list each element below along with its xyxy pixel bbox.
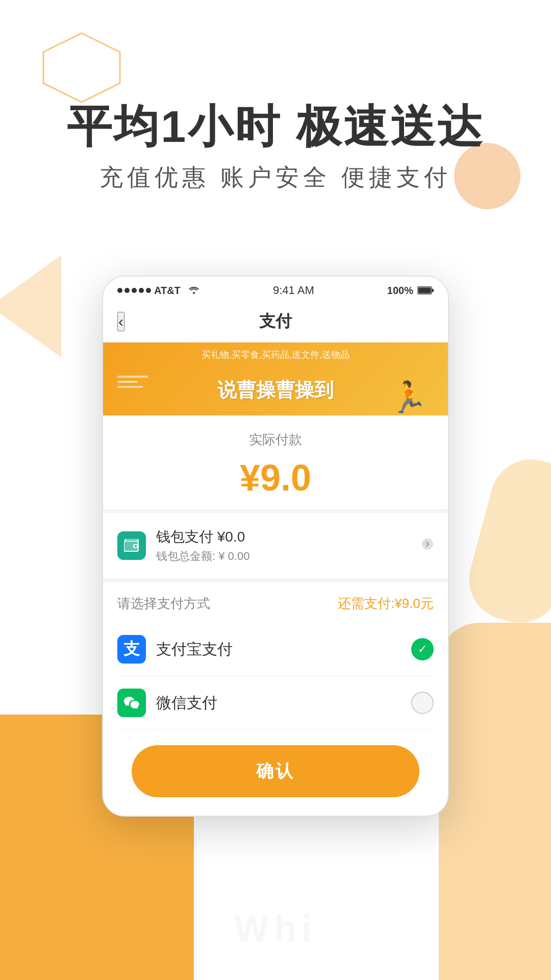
- svg-marker-1: [0, 255, 61, 357]
- svg-point-7: [135, 545, 137, 547]
- watermark-text: Whi: [0, 908, 551, 949]
- wallet-row[interactable]: 钱包支付 ¥0.0 钱包总金额: ¥ 0.00: [103, 513, 448, 582]
- status-right: 100%: [387, 285, 434, 297]
- wechat-label: 微信支付: [156, 693, 217, 714]
- arrow-left-decoration: [0, 245, 71, 368]
- status-time: 9:41 AM: [273, 284, 314, 297]
- hero-title: 平均1小时 极速送达: [0, 102, 551, 152]
- signal-dot-5: [146, 288, 151, 293]
- right-mid-decoration: [460, 450, 551, 632]
- carrier-label: AT&T: [154, 285, 181, 297]
- payment-label: 实际付款: [117, 431, 434, 449]
- wechat-left: 微信支付: [117, 689, 217, 717]
- wallet-left: 钱包支付 ¥0.0 钱包总金额: ¥ 0.00: [117, 527, 249, 564]
- wallet-title: 钱包支付 ¥0.0: [156, 527, 249, 547]
- back-button[interactable]: ‹: [117, 312, 124, 331]
- wechat-unselected-check: [411, 692, 434, 714]
- phone-frame: AT&T 9:41 AM 100%: [102, 276, 449, 817]
- svg-rect-3: [418, 288, 431, 293]
- method-header-label: 请选择支付方式: [117, 595, 210, 612]
- banner-main-text: 说曹操曹操到: [217, 377, 334, 403]
- payment-section: 实际付款 ¥9.0: [103, 415, 448, 513]
- method-header-remaining: 还需支付:¥9.0元: [338, 595, 434, 612]
- bottom-watermark: Whi: [0, 908, 551, 949]
- alipay-selected-check: ✓: [411, 638, 434, 660]
- alipay-left: 支 支付宝支付: [117, 635, 233, 664]
- svg-rect-4: [432, 289, 434, 292]
- payment-amount: ¥9.0: [117, 457, 434, 499]
- banner-line-2: [117, 381, 138, 383]
- signal-dot-3: [132, 288, 137, 293]
- hexagon-shape: [41, 31, 122, 105]
- method-header: 请选择支付方式 还需支付:¥9.0元: [117, 595, 434, 612]
- banner-mascot-icon: 🏃: [389, 379, 428, 415]
- alipay-label: 支付宝支付: [156, 639, 233, 660]
- wallet-balance: 钱包总金额: ¥ 0.00: [156, 549, 249, 564]
- svg-marker-0: [43, 33, 120, 102]
- svg-point-8: [422, 538, 433, 550]
- signal-dot-1: [117, 288, 122, 293]
- wallet-icon: [117, 531, 146, 560]
- hero-section: 平均1小时 极速送达 充值优惠 账户安全 便捷支付: [0, 102, 551, 193]
- signal-dots: [117, 288, 151, 293]
- confirm-button[interactable]: 确认: [132, 745, 419, 797]
- hero-subtitle: 充值优惠 账户安全 便捷支付: [0, 162, 551, 193]
- signal-dot-2: [124, 288, 130, 293]
- signal-dot-4: [139, 288, 144, 293]
- banner-line-3: [117, 386, 143, 388]
- payment-method-section: 请选择支付方式 还需支付:¥9.0元 支 支付宝支付 ✓: [103, 582, 448, 797]
- status-left: AT&T: [117, 284, 200, 297]
- alipay-icon: 支: [117, 635, 146, 664]
- alipay-payment-row[interactable]: 支 支付宝支付 ✓: [117, 623, 434, 676]
- wallet-info: 钱包支付 ¥0.0 钱包总金额: ¥ 0.00: [156, 527, 249, 564]
- banner-lines-decoration: [117, 376, 148, 391]
- status-bar: AT&T 9:41 AM 100%: [103, 277, 448, 301]
- battery-percentage: 100%: [387, 285, 413, 297]
- banner-line-1: [117, 376, 148, 378]
- phone-mockup: AT&T 9:41 AM 100%: [102, 276, 449, 817]
- banner-small-text: 买礼物,买零食,买药品,送文件,送物品: [202, 349, 349, 361]
- promo-banner: 买礼物,买零食,买药品,送文件,送物品 说曹操曹操到 🏃: [103, 342, 448, 415]
- wechat-payment-row[interactable]: 微信支付: [117, 676, 434, 730]
- wallet-arrow-icon: [421, 537, 434, 554]
- nav-title: 支付: [259, 310, 292, 333]
- wifi-icon: [188, 284, 200, 297]
- navigation-bar: ‹ 支付: [103, 301, 448, 342]
- battery-icon: [417, 286, 434, 295]
- wechat-icon: [117, 689, 146, 717]
